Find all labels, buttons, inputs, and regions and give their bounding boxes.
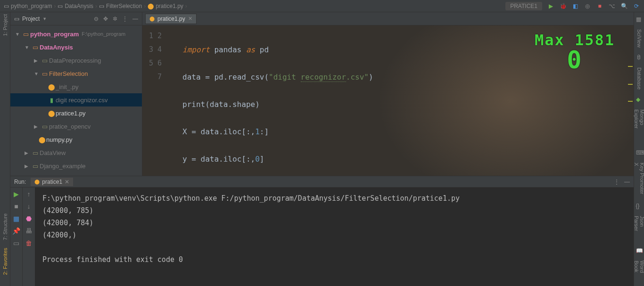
editor-tab-pratice1[interactable]: ⬤ pratice1.py ✕ (145, 14, 197, 24)
tool-tab-project[interactable]: 1: Project (2, 14, 8, 36)
breadcrumb-item[interactable]: python_program (11, 3, 52, 9)
mongo-icon[interactable]: ◆ (636, 96, 643, 103)
tree-folder-dataview[interactable]: ▶▭ DataView (10, 146, 142, 159)
editor-scrollbar-marks[interactable] (627, 25, 633, 176)
tool-tab-jsonparser[interactable]: Json Parser (634, 214, 644, 243)
layout-icon[interactable]: ▦ (13, 215, 19, 222)
breadcrumb-item[interactable]: FilterSelection (106, 3, 142, 9)
project-dropdown[interactable]: Project (22, 16, 40, 22)
database-icon[interactable]: 🛢 (636, 54, 643, 61)
coverage-icon[interactable]: ◧ (571, 3, 579, 9)
breadcrumb-item[interactable]: pratice1.py (156, 3, 183, 9)
python-icon: ⬤ (149, 16, 155, 21)
tree-root[interactable]: ▼▭ python_program F:\python_program (10, 27, 142, 41)
run-icon[interactable]: ▶ (547, 3, 554, 9)
left-tool-strip: 1: Project 7: Structure 2: Favorites (0, 12, 10, 286)
hide-icon[interactable]: — (132, 16, 138, 22)
chevron-down-icon[interactable]: ▼ (42, 16, 47, 21)
line-gutter: 1 2 3 4 5 6 7 (142, 25, 168, 176)
tool-tab-mongo[interactable]: Mongo Explorer (634, 107, 644, 145)
tool-tab-database[interactable]: Database (636, 65, 642, 91)
run-toolbar-left: ▶ ■ ▦ 📌 ▭ (10, 188, 23, 286)
git-icon[interactable]: ⌥ (608, 3, 616, 9)
tree-folder-picture[interactable]: ▶▭ picture (10, 172, 142, 176)
run-configuration-selector[interactable]: PRATICE1 (505, 2, 542, 10)
tree-folder-django[interactable]: ▶▭ Django_example (10, 159, 142, 172)
tree-folder-filterselection[interactable]: ▼▭ FilterSelection (10, 67, 142, 80)
tool-tab-favorites[interactable]: 2: Favorites (2, 248, 8, 275)
chevron-right-icon: › (95, 3, 97, 9)
chevron-right-icon: › (185, 3, 187, 9)
folder-icon: ▭ (14, 16, 19, 22)
tool-tab-structure[interactable]: 7: Structure (2, 213, 8, 240)
sync-icon[interactable]: ⟳ (633, 3, 640, 9)
tree-folder-dataanysis[interactable]: ▼▭ DataAnysis (10, 41, 142, 54)
project-panel: ▭ Project ▼ ⊖ ✥ ✲ ⋮ — ▼▭ python_program (10, 12, 142, 176)
run-tab-label: pratice1 (42, 179, 62, 185)
tree-file-numpy[interactable]: ⬤ numpy.py (10, 133, 142, 146)
pin-icon[interactable]: 📌 (12, 227, 20, 235)
close-icon[interactable]: ✕ (188, 16, 192, 22)
tree-file-pratice1[interactable]: ⬤ pratice1.py (10, 106, 142, 120)
stop-icon[interactable]: ■ (14, 203, 18, 210)
python-icon: ⬤ (34, 179, 40, 184)
settings-icon[interactable]: ✲ (113, 16, 117, 22)
run-panel-label: Run: (14, 179, 26, 185)
breadcrumb-item[interactable]: DataAnysis (65, 3, 93, 9)
profile-icon[interactable]: ◎ (584, 3, 591, 9)
key-icon[interactable]: ⌨ (636, 149, 643, 156)
folder-icon: ▭ (4, 3, 9, 9)
chevron-right-icon: › (54, 3, 56, 9)
expand-icon[interactable]: ▭ (13, 239, 19, 247)
more-icon[interactable]: ⋮ (614, 179, 619, 185)
tree-folder-pratice-opencv[interactable]: ▶▭ pratice_opencv (10, 120, 142, 133)
tree-folder-datapreprocessing[interactable]: ▶▭ DataPreprocessing (10, 54, 142, 67)
top-toolbar: ▭ python_program › ▭ DataAnysis › ▭ Filt… (0, 0, 644, 12)
collapse-icon[interactable]: ⊖ (94, 16, 99, 22)
tool-tab-keypromoter[interactable]: Key Promoter X (634, 161, 644, 198)
up-icon[interactable]: ↑ (27, 190, 31, 198)
run-tab[interactable]: ⬤ pratice1 ✕ (31, 178, 73, 186)
hide-icon[interactable]: — (624, 179, 630, 185)
right-tool-strip: ▦ SciView 🛢 Database ◆ Mongo Explorer ⌨ … (634, 12, 644, 286)
project-tree: ▼▭ python_program F:\python_program ▼▭ D… (10, 25, 142, 176)
run-panel: ▶ ■ ▦ 📌 ▭ ↑ ↓ ⬣ 🖶 🗑 F:\python_program\ve… (10, 187, 634, 286)
editor-tabbar: ⬤ pratice1.py ✕ (142, 12, 634, 25)
folder-icon: ▭ (99, 3, 104, 9)
book-icon[interactable]: 📖 (636, 247, 643, 254)
folder-icon: ▭ (58, 3, 63, 9)
run-toolbar-left-2: ↑ ↓ ⬣ 🖶 🗑 (23, 188, 35, 286)
down-icon[interactable]: ↓ (27, 203, 31, 210)
search-icon[interactable]: 🔍 (620, 3, 628, 9)
code-editor[interactable]: 1 2 3 4 5 6 7 import pandas as pd data =… (142, 25, 634, 176)
close-icon[interactable]: ✕ (65, 179, 69, 185)
python-icon: ⬤ (148, 3, 154, 9)
tool-tab-sciview[interactable]: SciView (636, 27, 642, 49)
debug-icon[interactable]: 🐞 (559, 3, 567, 9)
json-icon[interactable]: {} (636, 203, 643, 209)
grid-icon[interactable]: ▦ (636, 16, 643, 23)
tool-tab-wordbook[interactable]: Word Book (634, 259, 644, 286)
tree-file-init[interactable]: ⬤ _init_.py (10, 80, 142, 93)
toggle-wrap-icon[interactable]: ⬣ (26, 215, 32, 222)
chevron-right-icon: › (144, 3, 146, 9)
more-icon[interactable]: ⋮ (122, 16, 128, 22)
tree-file-digit-csv[interactable]: ▮ digit recognizor.csv (10, 93, 142, 106)
run-output[interactable]: F:\python_program\venv\Scripts\python.ex… (35, 188, 634, 286)
stop-icon[interactable]: ■ (596, 3, 603, 9)
rerun-icon[interactable]: ▶ (14, 190, 19, 198)
print-icon[interactable]: 🖶 (25, 227, 32, 235)
locate-icon[interactable]: ✥ (103, 16, 108, 22)
breadcrumb: ▭ python_program › ▭ DataAnysis › ▭ Filt… (4, 3, 187, 9)
trash-icon[interactable]: 🗑 (25, 239, 32, 247)
fps-overlay: Max 1581 0 (535, 31, 615, 71)
tab-label: pratice1.py (157, 16, 185, 22)
